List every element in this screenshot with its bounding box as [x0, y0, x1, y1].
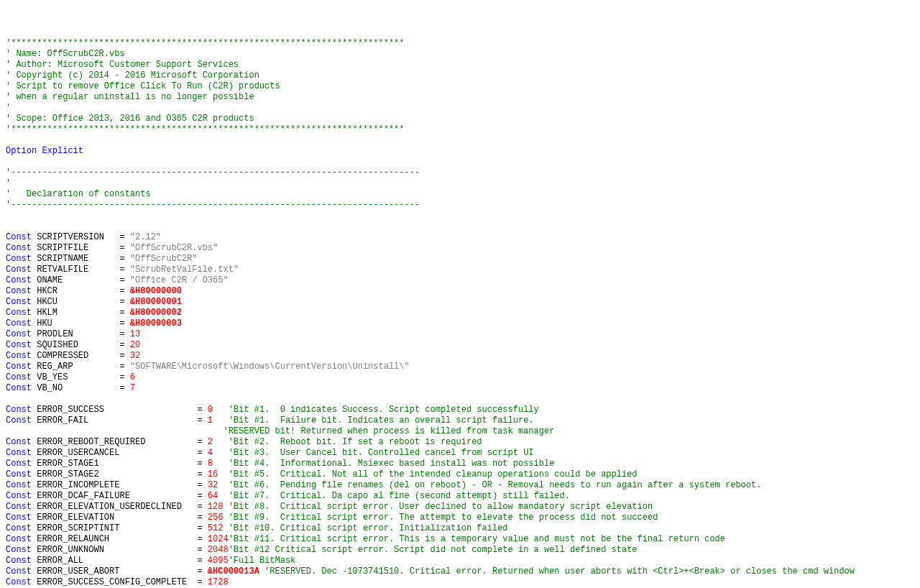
code-view: '***************************************…: [6, 38, 914, 588]
